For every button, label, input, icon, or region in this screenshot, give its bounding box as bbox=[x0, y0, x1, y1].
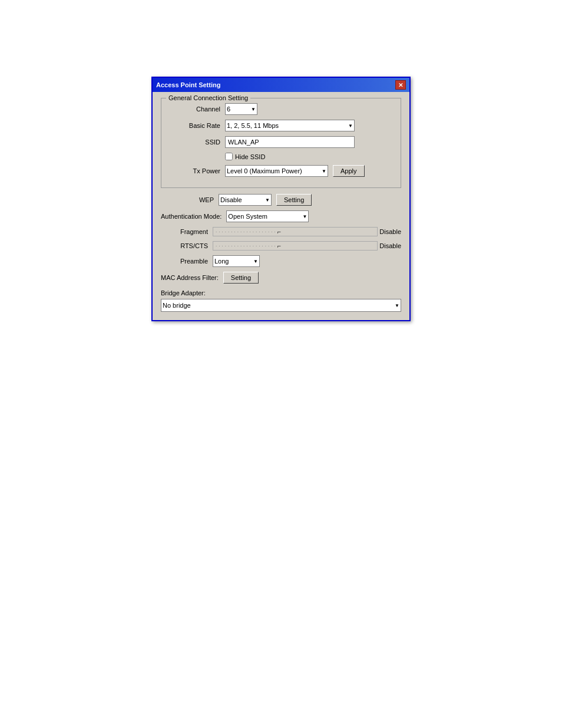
dot: · bbox=[234, 229, 235, 235]
access-point-dialog: Access Point Setting ✕ General Connectio… bbox=[151, 77, 411, 321]
preamble-row: Preamble Long Short bbox=[161, 255, 401, 267]
hide-ssid-row: Hide SSID bbox=[225, 153, 395, 160]
dot: · bbox=[259, 243, 260, 249]
dot: · bbox=[243, 229, 244, 235]
dot: · bbox=[250, 229, 251, 235]
slider-end-mark: ⌐ bbox=[277, 242, 281, 249]
dot: · bbox=[231, 229, 232, 235]
preamble-label: Preamble bbox=[161, 258, 208, 265]
wep-label: WEP bbox=[161, 196, 214, 203]
dot: · bbox=[256, 229, 257, 235]
channel-select[interactable]: 6 12345 7891011 bbox=[225, 103, 257, 115]
rts-cts-slider-area: · · · · · · · · · · · · · · · · · bbox=[213, 241, 401, 251]
fragment-slider-area: · · · · · · · · · · · · · · · · · bbox=[213, 227, 401, 236]
basic-rate-row: Basic Rate 1, 2, 5.5, 11 Mbps 1, 2 Mbps … bbox=[167, 120, 395, 131]
dot: · bbox=[222, 243, 223, 249]
bridge-adapter-select[interactable]: No bridge bbox=[161, 299, 401, 312]
hide-ssid-checkbox[interactable] bbox=[225, 153, 233, 160]
dot: · bbox=[225, 229, 226, 235]
dot: · bbox=[268, 243, 269, 249]
auth-mode-row: Authentication Mode: Open System Shared … bbox=[161, 210, 401, 222]
dialog-title: Access Point Setting bbox=[156, 81, 220, 88]
wep-row: WEP Disable Enable Setting bbox=[161, 194, 401, 206]
fragment-slider-track[interactable]: · · · · · · · · · · · · · · · · · bbox=[213, 227, 378, 236]
fragment-row: Fragment · · · · · · · · · · · · · · bbox=[161, 227, 401, 236]
dot: · bbox=[231, 243, 232, 249]
dot: · bbox=[268, 229, 269, 235]
tx-power-select[interactable]: Level 0 (Maximum Power) Level 1 Level 2 … bbox=[225, 165, 328, 177]
rts-cts-label: RTS/CTS bbox=[161, 242, 208, 249]
preamble-select[interactable]: Long Short bbox=[213, 255, 260, 267]
tx-power-select-wrapper: Level 0 (Maximum Power) Level 1 Level 2 … bbox=[225, 165, 328, 177]
tx-power-label: Tx Power bbox=[167, 167, 220, 174]
dot: · bbox=[259, 229, 260, 235]
auth-mode-label: Authentication Mode: bbox=[161, 213, 222, 220]
wep-select[interactable]: Disable Enable bbox=[219, 194, 272, 206]
dot: · bbox=[240, 229, 242, 235]
dot: · bbox=[228, 229, 229, 235]
mac-setting-button[interactable]: Setting bbox=[223, 272, 259, 284]
dot: · bbox=[237, 229, 239, 235]
bridge-adapter-section: Bridge Adapter: No bridge bbox=[161, 289, 401, 312]
dot: · bbox=[256, 243, 257, 249]
dot: · bbox=[219, 243, 220, 249]
dot: · bbox=[253, 229, 254, 235]
basic-rate-select[interactable]: 1, 2, 5.5, 11 Mbps 1, 2 Mbps All bbox=[225, 120, 355, 131]
dialog-content: General Connection Setting Channel 6 123… bbox=[153, 92, 409, 320]
rts-cts-disable-label: Disable bbox=[379, 242, 401, 249]
rts-cts-row: RTS/CTS · · · · · · · · · · · · · · bbox=[161, 241, 401, 251]
mac-filter-row: MAC Address Filter: Setting bbox=[161, 272, 401, 284]
auth-mode-select[interactable]: Open System Shared Key bbox=[226, 210, 309, 222]
dot: · bbox=[216, 229, 217, 235]
mac-filter-label: MAC Address Filter: bbox=[161, 274, 219, 281]
close-button[interactable]: ✕ bbox=[395, 80, 406, 90]
bridge-adapter-label: Bridge Adapter: bbox=[161, 289, 401, 297]
preamble-select-wrapper: Long Short bbox=[213, 255, 260, 267]
dot: · bbox=[219, 229, 220, 235]
dot: · bbox=[250, 243, 251, 249]
rts-cts-slider-track[interactable]: · · · · · · · · · · · · · · · · · bbox=[213, 241, 378, 251]
title-bar: Access Point Setting ✕ bbox=[153, 78, 409, 92]
ssid-input[interactable] bbox=[225, 136, 355, 148]
auth-mode-select-wrapper: Open System Shared Key bbox=[226, 210, 309, 222]
dot: · bbox=[243, 243, 244, 249]
dot: · bbox=[262, 229, 263, 235]
fragment-label: Fragment bbox=[161, 228, 208, 235]
title-bar-buttons: ✕ bbox=[395, 80, 406, 90]
dot: · bbox=[265, 229, 266, 235]
dot: · bbox=[237, 243, 239, 249]
dot: · bbox=[216, 243, 217, 249]
wep-setting-button[interactable]: Setting bbox=[276, 194, 312, 206]
dot: · bbox=[228, 243, 229, 249]
dot: · bbox=[265, 243, 266, 249]
general-connection-legend: General Connection Setting bbox=[166, 94, 250, 101]
dot: · bbox=[225, 243, 226, 249]
dot: · bbox=[246, 243, 247, 249]
ssid-label: SSID bbox=[167, 139, 220, 146]
tx-power-row: Tx Power Level 0 (Maximum Power) Level 1… bbox=[167, 165, 395, 177]
dot: · bbox=[240, 243, 242, 249]
dot: · bbox=[274, 229, 275, 235]
fragment-disable-label: Disable bbox=[379, 228, 401, 235]
channel-row: Channel 6 12345 7891011 bbox=[167, 103, 395, 115]
hide-ssid-label: Hide SSID bbox=[235, 153, 265, 160]
basic-rate-label: Basic Rate bbox=[167, 122, 220, 129]
dot: · bbox=[271, 243, 272, 249]
wep-select-wrapper: Disable Enable bbox=[219, 194, 272, 206]
general-connection-group: General Connection Setting Channel 6 123… bbox=[161, 98, 401, 188]
dot: · bbox=[246, 229, 247, 235]
dot: · bbox=[253, 243, 254, 249]
slider-end-mark: ⌐ bbox=[277, 228, 281, 235]
dot: · bbox=[274, 243, 275, 249]
apply-button[interactable]: Apply bbox=[333, 165, 365, 177]
channel-label: Channel bbox=[167, 106, 220, 113]
dot: · bbox=[222, 229, 223, 235]
ssid-row: SSID bbox=[167, 136, 395, 148]
dot: · bbox=[234, 243, 235, 249]
bridge-select-wrapper: No bridge bbox=[161, 299, 401, 312]
basic-rate-select-wrapper: 1, 2, 5.5, 11 Mbps 1, 2 Mbps All bbox=[225, 120, 355, 131]
dot: · bbox=[271, 229, 272, 235]
dot: · bbox=[262, 243, 263, 249]
channel-select-wrapper: 6 12345 7891011 bbox=[225, 103, 257, 115]
